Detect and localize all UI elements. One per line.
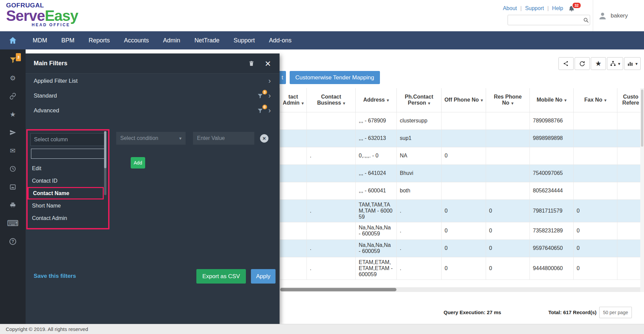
share-button[interactable]	[558, 57, 574, 70]
global-search-input[interactable]	[508, 15, 580, 25]
sort-caret-icon[interactable]: ▾	[481, 98, 483, 103]
column-header-contact-business[interactable]: Contact Business▾	[307, 88, 356, 112]
clear-filter-row-icon[interactable]: ×	[260, 134, 268, 143]
send-icon	[9, 129, 16, 136]
column-option-contact-id[interactable]: Contact ID	[28, 175, 108, 187]
column-header-res-phone-no[interactable]: Res Phone No▾	[486, 88, 530, 112]
vertical-scrollbar[interactable]	[640, 88, 644, 292]
sidebar-filter-button[interactable]: 3	[9, 56, 17, 64]
nav-item-add-ons[interactable]: Add-ons	[262, 31, 299, 49]
sidebar-print-button[interactable]	[9, 201, 16, 209]
nav-item-mdm[interactable]: MDM	[26, 31, 54, 49]
user-icon	[598, 11, 607, 21]
column-header-mobile-no[interactable]: Mobile No▾	[530, 88, 574, 112]
user-menu[interactable]: bakery	[593, 0, 644, 31]
help-icon: ?	[9, 238, 16, 245]
column-header-off-phone-no[interactable]: Off Phone No▾	[442, 88, 486, 112]
sort-caret-icon[interactable]: ▾	[387, 98, 389, 103]
table-row[interactable]: .Na,Na,Na,Na - 600059.0095976406500	[280, 239, 644, 257]
sort-caret-icon[interactable]: ▾	[511, 101, 513, 106]
table-cell: 7981711579	[530, 199, 574, 222]
filter-section-applied-filter-list[interactable]: Applied Filter List›	[26, 74, 280, 88]
sidebar-link-button[interactable]	[9, 92, 16, 100]
column-option-contact-name[interactable]: Contact Name	[28, 187, 104, 199]
horizontal-scrollbar-thumb[interactable]	[280, 288, 396, 291]
sidebar-settings-button[interactable]: ⚙	[10, 74, 16, 82]
column-option-short-name[interactable]: Short Name	[28, 199, 108, 212]
filter-count-badge: 0	[262, 105, 267, 109]
chevron-right-icon: ›	[268, 78, 271, 84]
sort-caret-icon[interactable]: ▾	[343, 101, 345, 106]
table-row[interactable]: ,,, - 678909clustersupp7890988766	[280, 112, 644, 129]
per-page-select[interactable]: 50 per page	[599, 307, 632, 318]
tab-partial[interactable]: t	[279, 71, 286, 84]
filter-section-standard[interactable]: Standard3›	[26, 88, 280, 103]
column-select[interactable]: Select column	[30, 133, 105, 146]
add-filter-button[interactable]: Add	[131, 157, 145, 169]
column-header-fax-no[interactable]: Fax No▾	[574, 88, 617, 112]
nav-item-nettrade[interactable]: NetTrade	[187, 31, 226, 49]
tab-customerwise-tender-mapping[interactable]: Customerwise Tender Mapping	[290, 71, 380, 84]
chevron-right-icon: ›	[268, 92, 271, 99]
table-row[interactable]: ,,, - 632013sup19898989898	[280, 129, 644, 147]
notifications-button[interactable]: 32	[568, 5, 575, 13]
refresh-button[interactable]	[575, 57, 590, 70]
column-option-edit[interactable]: Edit	[28, 162, 108, 175]
sidebar-image-button[interactable]	[9, 183, 16, 191]
sidebar-shortcuts-button[interactable]: ⌨	[7, 220, 19, 227]
nav-item-admin[interactable]: Admin	[156, 31, 187, 49]
sidebar-history-button[interactable]	[9, 165, 16, 173]
column-search-input[interactable]	[31, 149, 105, 159]
nav-item-reports[interactable]: Reports	[82, 31, 117, 49]
nav-item-bpm[interactable]: BPM	[54, 31, 82, 49]
hierarchy-dropdown-button[interactable]: ▾	[607, 57, 623, 70]
favorite-button[interactable]: ★	[591, 57, 606, 70]
nav-home-button[interactable]	[0, 31, 26, 49]
section-label: Standard	[34, 92, 57, 99]
filter-value-input[interactable]	[193, 132, 254, 145]
table-row[interactable]: ,,, - 641024Bhuvi7540097065	[280, 164, 644, 182]
sidebar-mail-button[interactable]: ✉	[10, 147, 16, 154]
apply-button[interactable]: Apply	[251, 269, 276, 284]
table-cell: 9444800060	[530, 257, 574, 280]
nav-item-support[interactable]: Support	[227, 31, 262, 49]
header-link-support[interactable]: Support	[525, 5, 544, 11]
save-filters-link[interactable]: Save this filters	[34, 273, 76, 280]
sidebar-help-button[interactable]: ?	[9, 238, 16, 245]
trash-icon[interactable]	[248, 60, 255, 67]
sidebar-favorites-button[interactable]: ★	[10, 111, 16, 118]
sort-caret-icon[interactable]: ▾	[604, 98, 606, 103]
table-row[interactable]: Na,Na,Na,Na - 600059.0073582312890	[280, 222, 644, 239]
nav-item-accounts[interactable]: Accounts	[117, 31, 156, 49]
sort-caret-icon[interactable]: ▾	[301, 101, 303, 106]
table-cell	[574, 147, 617, 164]
horizontal-scrollbar[interactable]	[280, 287, 644, 292]
table-row[interactable]: .0,.,,,. - 0NA0	[280, 147, 644, 164]
table-cell: 0	[442, 257, 486, 280]
sort-caret-icon[interactable]: ▾	[565, 98, 567, 103]
filter-section-advanced[interactable]: Advanced0›	[26, 103, 280, 118]
search-icon[interactable]	[580, 17, 592, 23]
header-link-help[interactable]: Help	[552, 5, 563, 11]
condition-select[interactable]: Select condition ▾	[116, 132, 186, 145]
close-icon[interactable]: ×	[265, 59, 271, 68]
options-scrollbar-thumb[interactable]	[104, 131, 106, 168]
section-controls: 0›	[257, 107, 271, 114]
table-cell: 0	[442, 222, 486, 239]
column-header-ph-contact-person[interactable]: Ph.Contact Person▾	[397, 88, 442, 112]
table-row[interactable]: .TAM,TAM,TAM,TAM - 600059.0079817115790	[280, 199, 644, 222]
sidebar-send-button[interactable]	[9, 129, 16, 136]
table-cell	[280, 257, 307, 280]
header-link-about[interactable]: About	[503, 5, 517, 11]
export-csv-button[interactable]: Export as CSV	[196, 269, 246, 284]
options-scrollbar[interactable]	[104, 131, 106, 195]
table-row[interactable]: ,,, - 600041both8056234444	[280, 182, 644, 199]
column-header-address[interactable]: Address▾	[356, 88, 397, 112]
table-row[interactable]: .ETAM,ETAM,ETAM,ETAM - 600059.0094448000…	[280, 257, 644, 280]
vertical-scrollbar-thumb[interactable]	[641, 89, 643, 147]
sort-caret-icon[interactable]: ▾	[428, 101, 430, 106]
chart-dropdown-button[interactable]: ▾	[624, 57, 641, 70]
column-option-contact-admin[interactable]: Contact Admin	[28, 212, 108, 224]
column-header-tact-admin[interactable]: tact Admin▾	[280, 88, 307, 112]
table-cell: 0	[574, 239, 617, 257]
